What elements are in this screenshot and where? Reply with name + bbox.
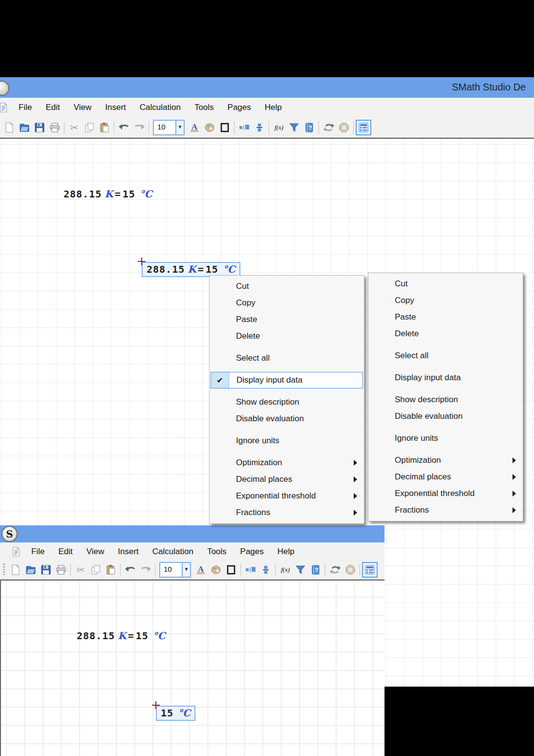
paste-icon[interactable] [97, 120, 112, 135]
border-icon[interactable] [223, 562, 238, 577]
titlebar[interactable]: S [0, 525, 384, 542]
redo-icon[interactable] [131, 120, 147, 135]
fraction-icon[interactable] [258, 562, 273, 577]
helpbook-icon[interactable]: ? [308, 562, 323, 577]
copy-icon[interactable] [88, 562, 103, 577]
menubar-item-insert[interactable]: Insert [98, 103, 133, 112]
palette-icon[interactable] [202, 120, 217, 135]
fx-icon[interactable]: f(x) [278, 562, 293, 577]
combo-dropdown-arrow-icon[interactable]: ▼ [175, 121, 184, 134]
fraction-icon[interactable] [252, 120, 267, 135]
menu-item-paste[interactable]: Paste [369, 309, 522, 325]
font-size-value[interactable]: 10 [154, 121, 175, 134]
units-icon[interactable] [243, 562, 258, 577]
selected-math-expression[interactable]: 15°C [156, 706, 195, 721]
toolbar-grip[interactable] [3, 564, 5, 576]
filter-icon[interactable] [286, 120, 301, 135]
menu-item-ignore-units[interactable]: Ignore units [369, 430, 522, 447]
menu-item-display-input-data[interactable]: ✔Display input data [211, 372, 363, 389]
menu-item-decimal-places[interactable]: Decimal places [369, 469, 522, 485]
units-icon[interactable] [236, 120, 252, 135]
options-icon[interactable] [362, 562, 378, 578]
menubar-item-edit[interactable]: Edit [51, 547, 79, 557]
new-icon[interactable] [8, 562, 23, 577]
menu-item-disable-evaluation[interactable]: Disable evaluation [211, 410, 363, 427]
menu-item-cut[interactable]: Cut [211, 278, 363, 295]
fx-icon[interactable]: f(x) [271, 120, 286, 135]
undo-icon[interactable] [116, 120, 131, 135]
redo-icon[interactable] [138, 562, 153, 577]
refresh-icon[interactable] [327, 562, 342, 577]
menubar-item-pages[interactable]: Pages [234, 547, 271, 557]
menubar-item-insert[interactable]: Insert [111, 547, 146, 557]
palette-icon[interactable] [208, 562, 223, 577]
menu-item-display-input-data[interactable]: Display input data [369, 369, 522, 386]
menu-item-show-description[interactable]: Show description [369, 391, 522, 408]
worksheet-canvas[interactable]: 288.15K=15°C 15°C [0, 581, 384, 756]
menubar-item-help[interactable]: Help [258, 103, 289, 112]
cut-icon[interactable]: ✂ [73, 562, 88, 577]
menu-item-ignore-units[interactable]: Ignore units [211, 432, 363, 449]
menu-item-fractions[interactable]: Fractions [211, 504, 363, 521]
undo-icon[interactable] [123, 562, 138, 577]
stop-icon[interactable] [336, 120, 351, 135]
menu-item-copy[interactable]: Copy [369, 292, 522, 309]
menu-item-select-all[interactable]: Select all [211, 350, 363, 367]
menubar-item-calculation[interactable]: Calculation [133, 103, 188, 112]
menu-item-fractions[interactable]: Fractions [369, 502, 522, 518]
options-icon[interactable] [356, 120, 371, 135]
expression-result-unit: °C [223, 263, 235, 275]
menu-item-decimal-places[interactable]: Decimal places [211, 471, 363, 488]
math-expression[interactable]: 288.15K=15°C [77, 630, 166, 642]
font-size-value[interactable]: 10 [160, 563, 182, 577]
menubar-item-calculation[interactable]: Calculation [146, 547, 200, 557]
math-expression[interactable]: 288.15K=15°C [64, 188, 152, 200]
font-size-combo[interactable]: 10▼ [153, 120, 185, 135]
border-icon[interactable] [217, 120, 232, 135]
menubar-item-pages[interactable]: Pages [221, 103, 258, 112]
print-icon[interactable] [47, 120, 62, 135]
menubar-item-view[interactable]: View [67, 103, 99, 112]
print-icon[interactable] [53, 562, 68, 577]
menu-item-optimization[interactable]: Optimization [369, 452, 522, 469]
menubar-item-edit[interactable]: Edit [39, 103, 66, 112]
titlebar[interactable]: SMath Studio De [0, 77, 534, 98]
menu-item-label: Select all [395, 351, 428, 361]
menu-item-copy[interactable]: Copy [211, 295, 363, 311]
fontcolor-icon[interactable]: A [187, 120, 202, 135]
menu-item-select-all[interactable]: Select all [369, 347, 522, 364]
menu-item-delete[interactable]: Delete [369, 325, 522, 342]
menubar-item-view[interactable]: View [80, 547, 111, 557]
toolbar-separator [120, 563, 121, 576]
menubar-item-help[interactable]: Help [271, 547, 301, 557]
menu-item-show-description[interactable]: Show description [211, 394, 363, 410]
copy-icon[interactable] [82, 120, 97, 135]
menubar-item-file[interactable]: File [24, 547, 51, 557]
filter-icon[interactable] [293, 562, 308, 577]
font-size-combo[interactable]: 10▼ [159, 562, 191, 578]
paste-icon[interactable] [103, 562, 118, 577]
fontcolor-icon[interactable]: A [193, 562, 208, 577]
menu-item-optimization[interactable]: Optimization [211, 454, 363, 471]
combo-dropdown-arrow-icon[interactable]: ▼ [182, 563, 190, 577]
save-icon[interactable] [32, 120, 47, 135]
menu-item-cut[interactable]: Cut [369, 276, 522, 292]
save-icon[interactable] [38, 562, 53, 577]
helpbook-icon[interactable]: ? [301, 120, 317, 135]
menu-item-delete[interactable]: Delete [211, 328, 363, 345]
menubar-item-tools[interactable]: Tools [188, 103, 221, 112]
toolbar-separator [234, 121, 235, 134]
open-icon[interactable] [17, 120, 32, 135]
refresh-icon[interactable] [321, 120, 336, 135]
menu-item-paste[interactable]: Paste [211, 311, 363, 328]
menubar-item-file[interactable]: File [12, 103, 39, 112]
menubar-item-tools[interactable]: Tools [200, 547, 234, 557]
stop-icon[interactable] [342, 562, 358, 577]
new-icon[interactable] [1, 120, 17, 135]
menu-item-disable-evaluation[interactable]: Disable evaluation [369, 408, 522, 425]
cut-icon[interactable]: ✂ [66, 120, 82, 135]
menu-item-exponential-threshold[interactable]: Exponential threshold [369, 485, 522, 502]
open-icon[interactable] [23, 562, 38, 577]
toolbar-separator [149, 121, 149, 134]
menu-item-exponential-threshold[interactable]: Exponential threshold [211, 488, 363, 504]
